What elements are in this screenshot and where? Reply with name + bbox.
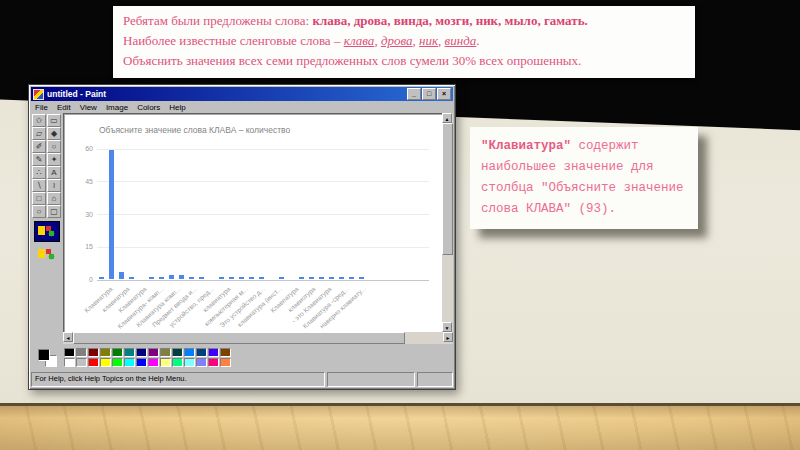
vertical-scroll-track[interactable]: [442, 255, 453, 322]
paint-window: untitled - Paint _□× FileEditViewImageCo…: [28, 84, 456, 390]
palette-swatch[interactable]: [184, 358, 195, 367]
tool-text[interactable]: A: [47, 166, 61, 179]
paint-app-icon: [33, 89, 44, 100]
tool-pencil[interactable]: ✎: [32, 153, 46, 166]
rounded-rectangle-icon: ▢: [50, 207, 58, 216]
palette-swatch[interactable]: [124, 358, 135, 367]
chart-bar: [149, 277, 154, 279]
chart-gridline: [97, 181, 429, 182]
tool-magnifier[interactable]: ○: [47, 140, 61, 153]
curve-icon: ≀: [53, 181, 56, 190]
intro-line-2: Наиболее известные сленговые слова – кла…: [123, 31, 685, 51]
palette-swatch[interactable]: [172, 358, 183, 367]
close-button[interactable]: ×: [437, 88, 451, 100]
slang-word: винда: [445, 33, 477, 48]
chart-plot-area: 015304560: [97, 149, 429, 280]
palette-swatch[interactable]: [76, 358, 87, 367]
status-panel-3: [417, 372, 453, 387]
palette-swatch[interactable]: [208, 348, 219, 357]
menu-edit[interactable]: Edit: [57, 103, 71, 112]
horizontal-scrollbar[interactable]: ◄ ►: [63, 332, 453, 344]
canvas-column: Объясните значение слова КЛАВА – количес…: [63, 113, 453, 344]
vertical-scroll-thumb[interactable]: [442, 123, 453, 255]
tool-eraser[interactable]: ▱: [32, 127, 46, 140]
vertical-scrollbar[interactable]: ▲ ▼: [442, 113, 453, 332]
palette-row-2: [64, 358, 231, 367]
scroll-right-icon[interactable]: ►: [443, 332, 453, 342]
maximize-button[interactable]: □: [422, 88, 436, 100]
palette-swatch[interactable]: [196, 348, 207, 357]
chart-y-tick: 45: [67, 178, 93, 185]
chart-gridline: [97, 214, 429, 215]
tool-color-picker[interactable]: ✐: [32, 140, 46, 153]
palette-swatch[interactable]: [112, 358, 123, 367]
palette-swatch[interactable]: [136, 358, 147, 367]
tool-brush[interactable]: ✦: [47, 153, 61, 166]
scroll-up-icon[interactable]: ▲: [442, 113, 452, 123]
palette-swatch[interactable]: [184, 348, 195, 357]
tool-curve[interactable]: ≀: [47, 179, 61, 192]
tool-fill[interactable]: ◆: [47, 127, 61, 140]
brush-icon: ✦: [51, 155, 58, 164]
chart-x-axis-labels: КлавиатураклавиатураКлавиатураКлавиатура…: [97, 280, 429, 332]
palette-swatch[interactable]: [76, 348, 87, 357]
text-icon: A: [51, 168, 56, 177]
menu-view[interactable]: View: [80, 103, 97, 112]
tool-select[interactable]: ▭: [47, 114, 61, 127]
palette-swatch[interactable]: [148, 358, 159, 367]
horizontal-scroll-track[interactable]: [405, 332, 443, 344]
tool-ellipse[interactable]: ○: [32, 205, 46, 218]
horizontal-scroll-thumb[interactable]: [73, 332, 405, 344]
palette-swatch[interactable]: [220, 348, 231, 357]
scroll-left-icon[interactable]: ◄: [63, 332, 73, 342]
palette-swatch[interactable]: [160, 358, 171, 367]
tool-rectangle[interactable]: □: [32, 192, 46, 205]
chart-title: Объясните значение слова КЛАВА – количес…: [99, 125, 290, 135]
magnifier-icon: ○: [52, 142, 57, 151]
tool-line[interactable]: ∖: [32, 179, 46, 192]
palette-swatch[interactable]: [136, 348, 147, 357]
pencil-icon: ✎: [36, 155, 43, 164]
palette-swatch[interactable]: [100, 348, 111, 357]
palette-row-1: [64, 348, 231, 357]
palette-swatch[interactable]: [196, 358, 207, 367]
chart-bar: [169, 275, 174, 279]
palette-swatch[interactable]: [112, 348, 123, 357]
palette-swatch[interactable]: [172, 348, 183, 357]
palette-swatch[interactable]: [88, 358, 99, 367]
palette-swatch[interactable]: [88, 348, 99, 357]
color-picker-icon: ✐: [36, 142, 43, 151]
menu-image[interactable]: Image: [106, 103, 128, 112]
tool-free-form-select[interactable]: ✩: [32, 114, 46, 127]
menu-file[interactable]: File: [35, 103, 48, 112]
palette-swatch[interactable]: [208, 358, 219, 367]
tool-rounded-rectangle[interactable]: ▢: [47, 205, 61, 218]
palette-swatch[interactable]: [64, 358, 75, 367]
polygon-icon: ⌂: [52, 194, 57, 203]
palette-swatch[interactable]: [100, 358, 111, 367]
menu-colors[interactable]: Colors: [137, 103, 160, 112]
chart-bar: [329, 277, 334, 279]
palette-swatch[interactable]: [160, 348, 171, 357]
palette-swatch[interactable]: [148, 348, 159, 357]
rectangle-icon: □: [37, 194, 42, 203]
palette-swatch[interactable]: [220, 358, 231, 367]
menu-help[interactable]: Help: [169, 103, 185, 112]
tool-option-box-selected[interactable]: [35, 222, 59, 241]
window-titlebar[interactable]: untitled - Paint _□×: [31, 87, 453, 101]
paint-canvas[interactable]: Объясните значение слова КЛАВА – количес…: [63, 113, 442, 332]
chart-bar: [119, 272, 124, 279]
chart-bar: [299, 277, 304, 279]
tool-option-box[interactable]: [35, 245, 59, 264]
chart-gridline: [97, 149, 429, 150]
palette-swatch[interactable]: [124, 348, 135, 357]
current-colors-swatch[interactable]: [34, 346, 61, 368]
scroll-down-icon[interactable]: ▼: [442, 322, 452, 332]
palette-swatch[interactable]: [64, 348, 75, 357]
slang-word: клава: [344, 33, 375, 48]
minimize-button[interactable]: _: [407, 88, 421, 100]
free-form-select-icon: ✩: [36, 116, 43, 125]
tool-polygon[interactable]: ⌂: [47, 192, 61, 205]
tool-airbrush[interactable]: ∴: [32, 166, 46, 179]
chart-y-tick: 30: [67, 211, 93, 218]
